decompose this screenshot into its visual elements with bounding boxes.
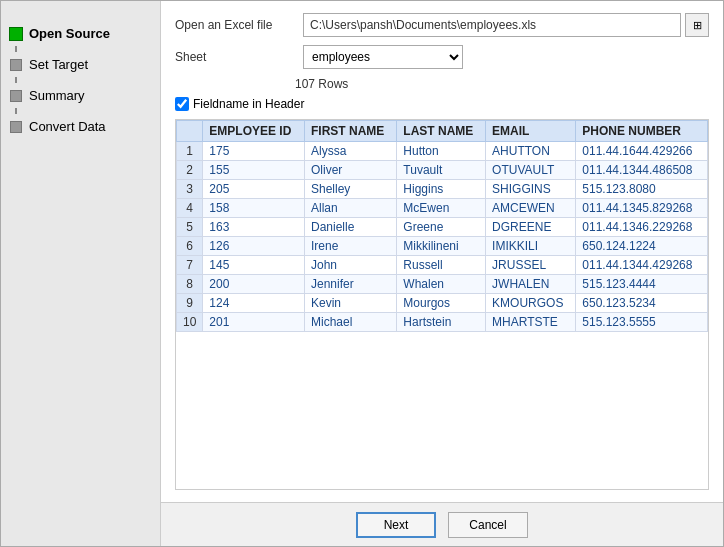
open-file-row: Open an Excel file ⊞ (175, 13, 709, 37)
table-header-row: EMPLOYEE ID FIRST NAME LAST NAME EMAIL P… (177, 121, 708, 142)
cell-phone: 650.123.5234 (576, 294, 708, 313)
data-table: EMPLOYEE ID FIRST NAME LAST NAME EMAIL P… (176, 120, 708, 332)
cell-phone: 011.44.1346.229268 (576, 218, 708, 237)
cell-last-name: Tuvault (397, 161, 486, 180)
sheet-label: Sheet (175, 50, 295, 64)
cell-employee-id: 175 (203, 142, 305, 161)
col-header-employee-id: EMPLOYEE ID (203, 121, 305, 142)
summary-icon-container (9, 90, 23, 102)
cell-email: JRUSSEL (486, 256, 576, 275)
sidebar-item-convert-data[interactable]: Convert Data (1, 114, 160, 139)
footer: Next Cancel (161, 502, 723, 546)
fieldname-checkbox-row: Fieldname in Header (175, 97, 709, 111)
cell-email: KMOURGOS (486, 294, 576, 313)
cell-employee-id: 158 (203, 199, 305, 218)
rows-info: 107 Rows (295, 77, 709, 91)
cell-employee-id: 163 (203, 218, 305, 237)
table-row: 6 126 Irene Mikkilineni IMIKKILI 650.124… (177, 237, 708, 256)
col-header-last-name: LAST NAME (397, 121, 486, 142)
set-target-icon (10, 59, 22, 71)
cell-employee-id: 201 (203, 313, 305, 332)
sidebar-item-summary-label: Summary (29, 88, 85, 103)
cell-phone: 011.44.1344.486508 (576, 161, 708, 180)
table-row: 8 200 Jennifer Whalen JWHALEN 515.123.44… (177, 275, 708, 294)
cell-first-name: Danielle (304, 218, 396, 237)
cell-last-name: Mikkilineni (397, 237, 486, 256)
cell-rownum: 7 (177, 256, 203, 275)
table-row: 4 158 Allan McEwen AMCEWEN 011.44.1345.8… (177, 199, 708, 218)
cell-employee-id: 126 (203, 237, 305, 256)
cell-phone: 011.44.1344.429268 (576, 256, 708, 275)
fieldname-checkbox-label: Fieldname in Header (193, 97, 304, 111)
col-header-rownum (177, 121, 203, 142)
cell-rownum: 10 (177, 313, 203, 332)
open-source-icon-container (9, 27, 23, 41)
cell-rownum: 2 (177, 161, 203, 180)
cell-email: AHUTTON (486, 142, 576, 161)
convert-data-icon-container (9, 121, 23, 133)
fieldname-checkbox[interactable] (175, 97, 189, 111)
cell-first-name: Alyssa (304, 142, 396, 161)
sheet-select[interactable]: employees (303, 45, 463, 69)
sidebar-item-open-source[interactable]: Open Source (1, 21, 160, 46)
sidebar-item-summary[interactable]: Summary (1, 83, 160, 108)
table-row: 1 175 Alyssa Hutton AHUTTON 011.44.1644.… (177, 142, 708, 161)
cell-last-name: Hartstein (397, 313, 486, 332)
open-source-icon (9, 27, 23, 41)
cell-rownum: 4 (177, 199, 203, 218)
cell-email: DGREENE (486, 218, 576, 237)
cell-phone: 650.124.1224 (576, 237, 708, 256)
cell-email: IMIKKILI (486, 237, 576, 256)
cell-rownum: 9 (177, 294, 203, 313)
cell-phone: 515.123.5555 (576, 313, 708, 332)
cell-rownum: 3 (177, 180, 203, 199)
cell-first-name: Jennifer (304, 275, 396, 294)
cell-email: OTUVAULT (486, 161, 576, 180)
cell-email: SHIGGINS (486, 180, 576, 199)
cell-employee-id: 155 (203, 161, 305, 180)
cell-last-name: Whalen (397, 275, 486, 294)
browse-button[interactable]: ⊞ (685, 13, 709, 37)
next-button[interactable]: Next (356, 512, 436, 538)
convert-data-icon (10, 121, 22, 133)
open-excel-label: Open an Excel file (175, 18, 295, 32)
cell-last-name: McEwen (397, 199, 486, 218)
data-table-container[interactable]: EMPLOYEE ID FIRST NAME LAST NAME EMAIL P… (175, 119, 709, 490)
cell-first-name: Kevin (304, 294, 396, 313)
file-input-wrapper: ⊞ (303, 13, 709, 37)
set-target-icon-container (9, 59, 23, 71)
cell-rownum: 6 (177, 237, 203, 256)
cell-employee-id: 124 (203, 294, 305, 313)
cell-last-name: Hutton (397, 142, 486, 161)
cell-phone: 011.44.1345.829268 (576, 199, 708, 218)
cancel-button[interactable]: Cancel (448, 512, 528, 538)
sidebar-item-open-source-label: Open Source (29, 26, 110, 41)
cell-first-name: Oliver (304, 161, 396, 180)
table-row: 2 155 Oliver Tuvault OTUVAULT 011.44.134… (177, 161, 708, 180)
cell-phone: 515.123.8080 (576, 180, 708, 199)
cell-employee-id: 205 (203, 180, 305, 199)
table-row: 3 205 Shelley Higgins SHIGGINS 515.123.8… (177, 180, 708, 199)
cell-rownum: 5 (177, 218, 203, 237)
cell-rownum: 8 (177, 275, 203, 294)
cell-last-name: Russell (397, 256, 486, 275)
col-header-first-name: FIRST NAME (304, 121, 396, 142)
sidebar-item-convert-data-label: Convert Data (29, 119, 106, 134)
col-header-phone: PHONE NUMBER (576, 121, 708, 142)
table-body: 1 175 Alyssa Hutton AHUTTON 011.44.1644.… (177, 142, 708, 332)
sidebar-item-set-target[interactable]: Set Target (1, 52, 160, 77)
browse-icon: ⊞ (693, 19, 702, 32)
cell-email: AMCEWEN (486, 199, 576, 218)
col-header-email: EMAIL (486, 121, 576, 142)
sidebar-tree: Open Source Set Target Summary (1, 11, 160, 149)
cell-rownum: 1 (177, 142, 203, 161)
sheet-row: Sheet employees (175, 45, 709, 69)
sidebar-item-set-target-label: Set Target (29, 57, 88, 72)
cell-last-name: Higgins (397, 180, 486, 199)
cell-first-name: Michael (304, 313, 396, 332)
cell-email: JWHALEN (486, 275, 576, 294)
cell-last-name: Mourgos (397, 294, 486, 313)
sidebar: Open Source Set Target Summary (1, 1, 161, 546)
cell-first-name: Irene (304, 237, 396, 256)
file-path-input[interactable] (303, 13, 681, 37)
